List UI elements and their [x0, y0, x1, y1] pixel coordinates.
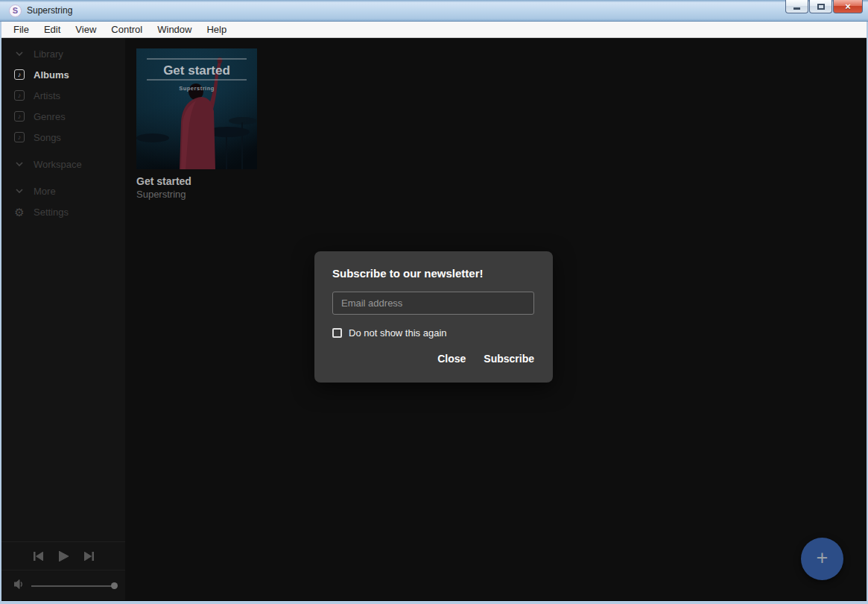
volume-track-line [31, 585, 115, 587]
close-dialog-button[interactable]: Close [437, 353, 466, 365]
album-card-get-started[interactable]: Get started Superstring Get started Supe… [136, 48, 257, 200]
app-window: S Superstring × File Edit View Control W… [0, 0, 868, 604]
speaker-icon[interactable] [14, 579, 25, 592]
menu-control[interactable]: Control [104, 22, 150, 37]
album-artist: Superstring [136, 189, 257, 200]
titlebar: S Superstring × [0, 0, 868, 22]
checkbox-label: Do not show this again [349, 327, 447, 339]
sidebar-item-label: More [34, 186, 56, 197]
album-art-subtitle-text: Superstring [179, 85, 215, 92]
play-button[interactable] [57, 550, 70, 563]
sidebar-item-songs[interactable]: ♪ Songs [1, 127, 125, 148]
maximize-button[interactable] [809, 0, 832, 13]
play-icon [59, 551, 69, 561]
menu-help[interactable]: Help [199, 22, 234, 37]
sidebar-item-settings[interactable]: ⚙ Settings [1, 201, 125, 222]
newsletter-dialog: Subscribe to our newsletter! Do not show… [314, 251, 553, 383]
sidebar-item-label: Artists [34, 90, 60, 101]
sidebar-item-label: Settings [34, 207, 69, 218]
sidebar-item-artists[interactable]: ♪ Artists [1, 85, 125, 106]
chevron-down-icon [13, 51, 25, 56]
content-area: Library ♪ Albums ♪ Artists [1, 38, 867, 600]
minimize-icon [793, 7, 800, 10]
sidebar-item-workspace[interactable]: Workspace [1, 154, 125, 174]
sidebar: Library ♪ Albums ♪ Artists [1, 38, 125, 600]
window-title: Superstring [27, 5, 72, 16]
chevron-down-icon [13, 189, 25, 193]
menu-view[interactable]: View [68, 22, 104, 37]
sidebar-item-library[interactable]: Library [1, 43, 125, 64]
next-icon [84, 552, 94, 561]
previous-icon [34, 552, 43, 561]
volume-bar [1, 570, 125, 600]
menu-window[interactable]: Window [150, 22, 199, 37]
sidebar-item-label: Library [34, 48, 63, 60]
music-note-icon: ♪ [13, 132, 25, 142]
album-art-image: Get started Superstring [136, 48, 257, 169]
next-track-button[interactable] [83, 550, 95, 562]
music-note-icon: ♪ [13, 69, 25, 80]
music-note-icon: ♪ [13, 111, 25, 122]
close-icon: × [845, 1, 851, 11]
volume-thumb[interactable] [111, 582, 118, 589]
sidebar-item-more[interactable]: More [1, 180, 125, 201]
menu-bar: File Edit View Control Window Help [1, 22, 867, 38]
album-title: Get started [136, 175, 257, 187]
album-art-title-text: Get started [163, 63, 230, 78]
sidebar-item-genres[interactable]: ♪ Genres [1, 106, 125, 127]
dialog-title: Subscribe to our newsletter! [332, 267, 534, 280]
window-frame: File Edit View Control Window Help Libra… [0, 22, 868, 604]
maximize-icon [817, 4, 825, 10]
volume-slider[interactable] [31, 582, 118, 589]
sidebar-item-albums[interactable]: ♪ Albums [1, 64, 125, 85]
sidebar-nav: Library ♪ Albums ♪ Artists [1, 38, 125, 541]
menu-edit[interactable]: Edit [37, 22, 68, 37]
sidebar-item-label: Workspace [34, 159, 82, 170]
window-controls: × [785, 0, 863, 13]
gear-icon: ⚙ [13, 207, 25, 218]
sidebar-item-label: Genres [34, 111, 66, 122]
subscribe-button[interactable]: Subscribe [484, 353, 534, 365]
minimize-button[interactable] [785, 0, 808, 13]
add-button[interactable]: + [801, 538, 843, 580]
app-logo-icon: S [9, 4, 22, 17]
plus-icon: + [817, 548, 829, 568]
music-note-icon: ♪ [13, 90, 25, 101]
do-not-show-again-option[interactable]: Do not show this again [332, 327, 534, 339]
dialog-actions: Close Subscribe [332, 353, 534, 365]
chevron-down-icon [13, 162, 25, 166]
sidebar-item-label: Songs [34, 132, 61, 143]
checkbox-unchecked[interactable] [332, 328, 342, 338]
close-button[interactable]: × [833, 0, 863, 13]
sidebar-item-label: Albums [34, 69, 69, 81]
email-field[interactable] [332, 292, 534, 315]
playback-controls [1, 541, 125, 570]
menu-file[interactable]: File [6, 22, 37, 37]
previous-track-button[interactable] [32, 550, 45, 562]
